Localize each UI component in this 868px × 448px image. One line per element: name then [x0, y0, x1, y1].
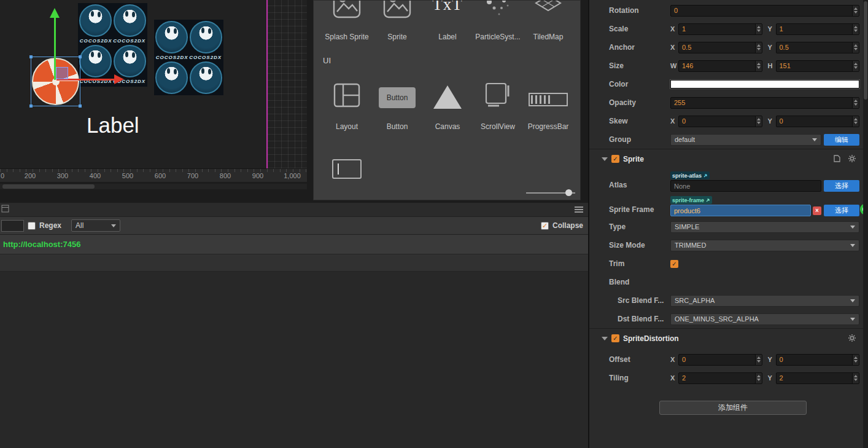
regex-checkbox[interactable]: [28, 222, 36, 230]
scale-y-input[interactable]: 1: [776, 23, 860, 35]
selection-handle[interactable]: [29, 55, 33, 58]
type-dropdown[interactable]: SIMPLE: [670, 221, 859, 233]
stepper[interactable]: [755, 116, 762, 127]
sprite-frame-label: Sprite Frame: [609, 205, 670, 218]
rotation-label: Rotation: [609, 6, 670, 15]
offset-x-input[interactable]: 0: [678, 354, 762, 366]
create-node-scrollview[interactable]: ScrollView: [473, 81, 523, 131]
atlas-select-button[interactable]: 选择: [824, 180, 859, 192]
stepper[interactable]: [755, 42, 762, 53]
ruler-tick: 900: [252, 172, 263, 179]
clear-sprite-frame-button[interactable]: ×: [813, 206, 821, 215]
size-h-input[interactable]: 151: [776, 60, 860, 72]
create-node-editbox[interactable]: [322, 154, 372, 179]
src-blend-dropdown[interactable]: SRC_ALPHA: [670, 295, 859, 307]
log-entry-url[interactable]: http://localhost:7456: [0, 235, 588, 254]
stepper[interactable]: [755, 61, 762, 71]
create-node-splash-sprite[interactable]: Splash Sprite: [322, 0, 372, 41]
sprite-frame-row: Sprite Frame sprite-frame product6 × 选择: [589, 193, 863, 218]
rotation-input[interactable]: 0: [670, 5, 859, 17]
x-axis-label: X: [670, 356, 678, 363]
size-mode-dropdown[interactable]: TRIMMED: [670, 240, 859, 251]
console-toolbar: Regex All Collapse: [0, 216, 588, 235]
create-node-label[interactable]: TxT Label: [422, 0, 473, 41]
stepper[interactable]: [755, 355, 762, 365]
create-node-layout[interactable]: Layout: [322, 81, 372, 131]
stepper[interactable]: [852, 61, 859, 71]
stepper[interactable]: [852, 355, 859, 365]
panel-zoom-slider[interactable]: [526, 189, 575, 197]
sprite-distortion-enabled-checkbox[interactable]: [611, 334, 619, 342]
scene-view[interactable]: COCOS2DXCOCOS2DX COCOS2DXCOCOS2DX COCOS2…: [0, 0, 307, 182]
stepper[interactable]: [852, 42, 859, 53]
console-panel-icon[interactable]: [1, 204, 9, 215]
console-filter-input[interactable]: [1, 220, 24, 232]
group-edit-button[interactable]: 编辑: [824, 134, 859, 146]
inspector-vertical-scrollbar[interactable]: [863, 0, 868, 448]
stepper[interactable]: [755, 24, 762, 34]
scrollbar-thumb[interactable]: [864, 1, 867, 100]
sprite-frame-type-tag[interactable]: sprite-frame: [670, 196, 712, 204]
sprite-enabled-checkbox[interactable]: [611, 155, 619, 163]
console-menu-icon[interactable]: [575, 206, 583, 213]
w-axis-label: W: [670, 62, 678, 69]
create-node-tiledmap[interactable]: TiledMap: [523, 0, 573, 41]
log-level-dropdown[interactable]: All: [71, 219, 120, 232]
scrollbar-thumb[interactable]: [2, 184, 95, 189]
color-swatch[interactable]: [670, 80, 859, 88]
group-dropdown[interactable]: default: [670, 134, 821, 146]
sprite-component-header[interactable]: Sprite: [589, 149, 863, 168]
gear-icon[interactable]: [848, 333, 856, 344]
stepper[interactable]: [852, 373, 859, 383]
collapse-caret-icon[interactable]: [602, 157, 608, 161]
selection-handle[interactable]: [79, 104, 82, 108]
selection-handle[interactable]: [29, 104, 33, 108]
offset-y-input[interactable]: 0: [776, 354, 860, 366]
gizmo-y-arrowhead-icon[interactable]: [50, 8, 60, 18]
create-node-particlesystem[interactable]: ParticleSyst...: [473, 0, 523, 41]
create-node-sprite[interactable]: Sprite: [372, 0, 422, 41]
tiling-y-input[interactable]: 2: [776, 372, 860, 384]
cocos-logo-sprite-node[interactable]: COCOS2DXCOCOS2DX: [154, 20, 223, 95]
skew-y-input[interactable]: 0: [776, 116, 860, 127]
opacity-input[interactable]: 255: [670, 97, 859, 109]
size-w-input[interactable]: 146: [678, 60, 762, 72]
sprite-frame-select-button[interactable]: 选择: [824, 205, 859, 216]
slider-knob[interactable]: [565, 189, 572, 196]
stepper[interactable]: [852, 98, 859, 108]
sprite-frame-asset-field[interactable]: product6: [670, 205, 811, 216]
stepper[interactable]: [852, 116, 859, 127]
collapse-caret-icon[interactable]: [602, 337, 608, 340]
cocos-logo-sprite-node[interactable]: COCOS2DXCOCOS2DX COCOS2DXCOCOS2DX: [78, 3, 147, 87]
anchor-x-input[interactable]: 0.5: [678, 42, 762, 53]
add-component-button[interactable]: 添加组件: [659, 401, 807, 415]
gear-icon[interactable]: [848, 154, 856, 165]
stepper[interactable]: [755, 373, 762, 383]
sprite-atlas-type-tag[interactable]: sprite-atlas: [670, 171, 710, 179]
scene-horizontal-scrollbar[interactable]: [0, 184, 307, 189]
selection-handle[interactable]: [79, 55, 82, 58]
create-node-canvas[interactable]: Canvas: [422, 81, 473, 131]
offset-row: Offset X 0 Y 0: [589, 350, 863, 369]
atlas-asset-field[interactable]: None: [670, 180, 821, 192]
trim-checkbox[interactable]: [670, 260, 678, 268]
stepper[interactable]: [852, 6, 859, 16]
scale-x-input[interactable]: 1: [678, 23, 762, 35]
diamond-icon: [533, 0, 563, 19]
create-node-button[interactable]: Button Button: [372, 81, 422, 131]
dst-blend-dropdown[interactable]: ONE_MINUS_SRC_ALPHA: [670, 313, 859, 325]
skew-x-input[interactable]: 0: [678, 116, 762, 127]
cocos-logo-text: COCOS2DXCOCOS2DX: [155, 53, 222, 61]
cocos-creator-window: COCOS2DXCOCOS2DX COCOS2DXCOCOS2DX COCOS2…: [0, 0, 868, 448]
stepper[interactable]: [852, 24, 859, 34]
tiling-x-input[interactable]: 2: [678, 372, 762, 384]
document-icon[interactable]: [834, 154, 840, 165]
gizmo-origin-handle[interactable]: [56, 67, 68, 79]
collapse-checkbox[interactable]: [541, 222, 549, 230]
label-node[interactable]: Label: [87, 113, 139, 138]
gizmo-x-arrowhead-icon[interactable]: [114, 74, 124, 84]
anchor-y-input[interactable]: 0.5: [776, 42, 860, 53]
create-node-progressbar[interactable]: ProgressBar: [523, 81, 573, 131]
sprite-distortion-component-header[interactable]: SpriteDistortion: [589, 328, 863, 348]
node-item-label: ProgressBar: [528, 122, 569, 131]
